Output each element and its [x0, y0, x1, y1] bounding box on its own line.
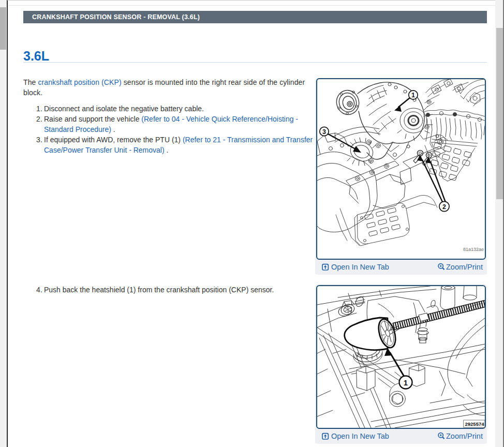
svg-text:2925574: 2925574: [465, 421, 485, 427]
svg-text:1: 1: [404, 378, 408, 387]
svg-text:3: 3: [322, 128, 326, 136]
svg-text:81a132ae: 81a132ae: [463, 247, 484, 252]
svg-text:2: 2: [442, 203, 446, 211]
svg-text:1: 1: [411, 92, 415, 99]
